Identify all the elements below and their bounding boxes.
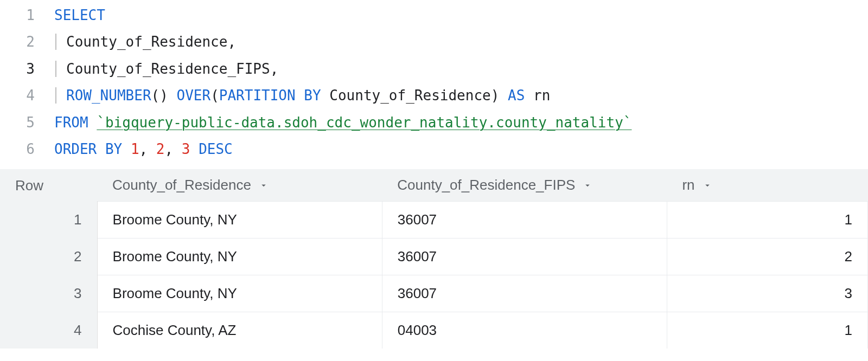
column-header-county[interactable]: County_of_Residence xyxy=(97,169,382,202)
cell-fips: 36007 xyxy=(382,275,667,312)
token-id: County_of_Residence xyxy=(321,87,491,104)
editor-line[interactable]: 4ROW_NUMBER() OVER(PARTITION BY County_o… xyxy=(0,82,868,109)
cell-county: Broome County, NY xyxy=(97,202,382,238)
cell-fips: 36007 xyxy=(382,238,667,275)
row-number-cell: 3 xyxy=(0,275,97,312)
token-fn: ROW_NUMBER xyxy=(66,87,151,104)
token-pn: , xyxy=(270,61,279,77)
token-pn: ) xyxy=(491,87,508,104)
table-row[interactable]: 2Broome County, NY360072 xyxy=(0,238,868,275)
query-results-table: Row County_of_Residence County_of_Reside… xyxy=(0,169,868,349)
code-content[interactable]: ORDER BY 1, 2, 3 DESC xyxy=(54,136,868,163)
token-pn: ( xyxy=(210,87,219,104)
token-pn: , xyxy=(139,141,156,157)
code-content[interactable]: County_of_Residence_FIPS, xyxy=(54,56,868,82)
token-kw: PARTITION BY xyxy=(219,87,321,104)
table-row[interactable]: 3Broome County, NY360073 xyxy=(0,275,868,312)
code-content[interactable]: FROM `bigquery-public-data.sdoh_cdc_wond… xyxy=(54,109,868,136)
line-number: 4 xyxy=(0,82,54,109)
cell-fips: 04003 xyxy=(382,312,667,349)
code-content[interactable]: ROW_NUMBER() OVER(PARTITION BY County_of… xyxy=(54,82,868,109)
column-header-label: rn xyxy=(682,177,694,194)
column-header-fips[interactable]: County_of_Residence_FIPS xyxy=(382,169,667,202)
token-id: County_of_Residence_FIPS xyxy=(66,61,270,77)
sql-editor[interactable]: 1SELECT2County_of_Residence,3County_of_R… xyxy=(0,0,868,169)
token-pn: () xyxy=(151,87,177,104)
indent-guide: ROW_NUMBER() OVER(PARTITION BY County_of… xyxy=(55,87,550,104)
editor-line[interactable]: 5FROM `bigquery-public-data.sdoh_cdc_won… xyxy=(0,109,868,136)
token-num: 3 xyxy=(182,141,190,157)
token-num: 1 xyxy=(131,141,139,157)
caret-down-icon xyxy=(259,181,269,190)
indent-guide: County_of_Residence_FIPS, xyxy=(55,61,278,77)
row-number-cell: 1 xyxy=(0,202,97,238)
editor-line[interactable]: 2County_of_Residence, xyxy=(0,29,868,55)
editor-line[interactable]: 3County_of_Residence_FIPS, xyxy=(0,56,868,82)
cell-fips: 36007 xyxy=(382,202,667,238)
token-kw: DESC xyxy=(190,141,232,157)
column-header-row: Row xyxy=(0,169,97,202)
column-header-label: County_of_Residence_FIPS xyxy=(397,177,575,194)
editor-line[interactable]: 1SELECT xyxy=(0,2,868,29)
caret-down-icon xyxy=(583,181,592,190)
row-number-cell: 4 xyxy=(0,312,97,349)
column-header-label: Row xyxy=(15,177,43,194)
token-id: rn xyxy=(525,87,550,104)
token-kw: OVER xyxy=(177,87,211,104)
cell-rn: 1 xyxy=(667,312,867,349)
token-pn: , xyxy=(165,141,182,157)
token-num: 2 xyxy=(156,141,165,157)
token-kw: SELECT xyxy=(54,7,105,23)
code-content[interactable]: SELECT xyxy=(54,2,868,29)
token-kw: ORDER BY xyxy=(54,141,131,157)
token-str: `bigquery-public-data.sdoh_cdc_wonder_na… xyxy=(97,114,631,131)
editor-line[interactable]: 6ORDER BY 1, 2, 3 DESC xyxy=(0,136,868,163)
column-header-label: County_of_Residence xyxy=(112,177,251,194)
token-kw: FROM xyxy=(54,114,97,131)
cell-rn: 2 xyxy=(667,238,867,275)
cell-county: Cochise County, AZ xyxy=(97,312,382,349)
cell-rn: 3 xyxy=(667,275,867,312)
indent-guide: County_of_Residence, xyxy=(55,34,236,50)
line-number: 3 xyxy=(0,56,54,82)
token-kw: AS xyxy=(508,87,525,104)
results-header-row: Row County_of_Residence County_of_Reside… xyxy=(0,169,868,202)
caret-down-icon xyxy=(703,181,712,190)
token-id: County_of_Residence xyxy=(66,34,227,50)
cell-county: Broome County, NY xyxy=(97,275,382,312)
line-number: 6 xyxy=(0,136,54,163)
row-number-cell: 2 xyxy=(0,238,97,275)
line-number: 1 xyxy=(0,2,54,29)
line-number: 2 xyxy=(0,29,54,55)
cell-county: Broome County, NY xyxy=(97,238,382,275)
line-number: 5 xyxy=(0,109,54,136)
cell-rn: 1 xyxy=(667,202,867,238)
code-content[interactable]: County_of_Residence, xyxy=(54,29,868,55)
table-row[interactable]: 1Broome County, NY360071 xyxy=(0,202,868,238)
token-pn: , xyxy=(227,34,236,50)
column-header-rn[interactable]: rn xyxy=(667,169,867,202)
table-row[interactable]: 4Cochise County, AZ040031 xyxy=(0,312,868,349)
